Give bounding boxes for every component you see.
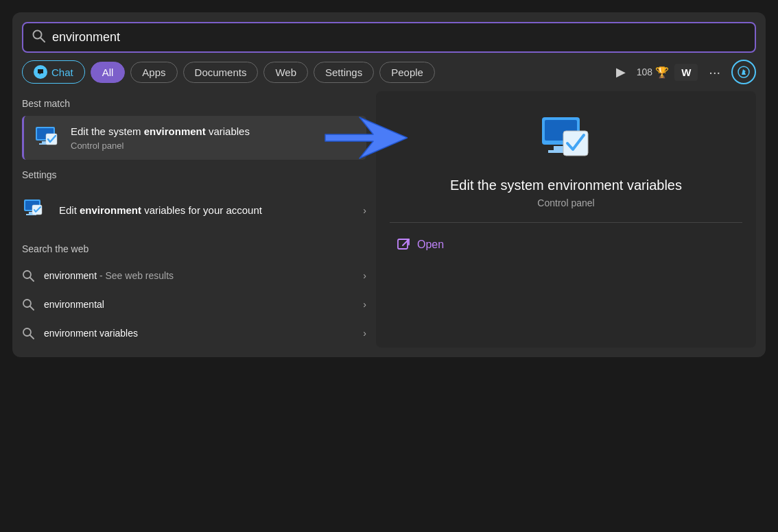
svg-line-1 <box>41 38 45 43</box>
web-filter-button[interactable]: Web <box>263 62 308 83</box>
documents-label: Documents <box>195 66 247 78</box>
search-icon <box>32 29 45 46</box>
web-search-icon-1 <box>22 298 34 311</box>
web-item-text-0: environment - See web results <box>44 270 353 281</box>
people-filter-button[interactable]: People <box>379 62 435 83</box>
web-item-chevron-1: › <box>363 299 366 310</box>
settings-env-title: Edit environment variables for your acco… <box>59 204 353 217</box>
detail-subtitle: Control panel <box>537 197 594 208</box>
best-match-title: Edit the system environment variables <box>71 125 357 138</box>
detail-icon <box>539 112 593 167</box>
detail-title: Edit the system environment variables <box>450 178 682 193</box>
svg-point-14 <box>23 271 31 278</box>
settings-section-label: Settings <box>22 169 366 180</box>
web-search-icon-2 <box>22 327 34 339</box>
more-button[interactable]: ··· <box>703 62 726 83</box>
web-item-1[interactable]: environmental › <box>22 290 366 319</box>
web-item-2[interactable]: environment variables › <box>22 319 366 348</box>
best-match-text: Edit the system environment variables Co… <box>71 125 357 151</box>
bing-button[interactable] <box>731 60 756 84</box>
web-item-0[interactable]: environment - See web results › <box>22 261 366 290</box>
apps-label: Apps <box>142 66 165 78</box>
settings-filter-button[interactable]: Settings <box>314 62 374 83</box>
search-input[interactable] <box>52 30 746 45</box>
all-label: All <box>102 66 114 78</box>
chat-filter-button[interactable]: Chat <box>22 60 85 84</box>
best-match-subtitle: Control panel <box>71 141 357 151</box>
divider <box>390 222 742 223</box>
documents-filter-button[interactable]: Documents <box>183 62 259 83</box>
best-match-label: Best match <box>22 98 366 109</box>
web-item-chevron-2: › <box>363 328 366 339</box>
left-panel: Best match Edit the s <box>12 91 376 357</box>
web-section-label: Search the web <box>22 243 366 254</box>
open-button[interactable]: Open <box>390 234 451 256</box>
chat-label: Chat <box>51 66 73 78</box>
svg-line-15 <box>30 278 34 281</box>
settings-env-icon <box>22 197 49 224</box>
svg-rect-25 <box>398 239 408 249</box>
filter-row: Chat All Apps Documents Web Settings Peo… <box>12 60 766 91</box>
chat-icon <box>34 65 47 79</box>
right-panel: Edit the system environment variables Co… <box>376 91 756 348</box>
settings-label: Settings <box>325 66 362 78</box>
web-search-icon-0 <box>22 269 34 282</box>
svg-point-0 <box>34 31 42 39</box>
main-content: Best match Edit the s <box>12 91 766 357</box>
svg-line-17 <box>30 306 34 310</box>
web-label: Web <box>275 66 296 78</box>
all-filter-button[interactable]: All <box>91 62 126 83</box>
score-badge: 108 🏆 <box>637 66 669 79</box>
settings-section: Settings Edit e <box>22 169 366 234</box>
settings-env-item[interactable]: Edit environment variables for your acco… <box>22 187 366 234</box>
web-item-text-2: environment variables <box>44 328 353 339</box>
svg-line-19 <box>30 335 34 339</box>
search-bar <box>22 22 756 53</box>
web-item-text-1: environmental <box>44 299 353 310</box>
best-match-item[interactable]: Edit the system environment variables Co… <box>22 116 366 160</box>
w-button[interactable]: W <box>674 64 698 81</box>
control-panel-icon <box>34 124 61 152</box>
settings-env-text: Edit environment variables for your acco… <box>59 204 353 217</box>
score-value: 108 <box>637 66 652 77</box>
open-icon <box>397 238 410 252</box>
apps-filter-button[interactable]: Apps <box>130 62 177 83</box>
trophy-icon: 🏆 <box>655 66 669 79</box>
open-label: Open <box>417 239 444 251</box>
settings-env-chevron: › <box>363 205 366 216</box>
svg-marker-8 <box>325 117 408 158</box>
svg-point-18 <box>23 328 31 336</box>
web-item-chevron-0: › <box>363 270 366 281</box>
play-button[interactable]: ▶ <box>611 62 631 82</box>
people-label: People <box>391 66 423 78</box>
web-section: Search the web environment - See web res… <box>22 243 366 348</box>
svg-point-16 <box>23 300 31 307</box>
